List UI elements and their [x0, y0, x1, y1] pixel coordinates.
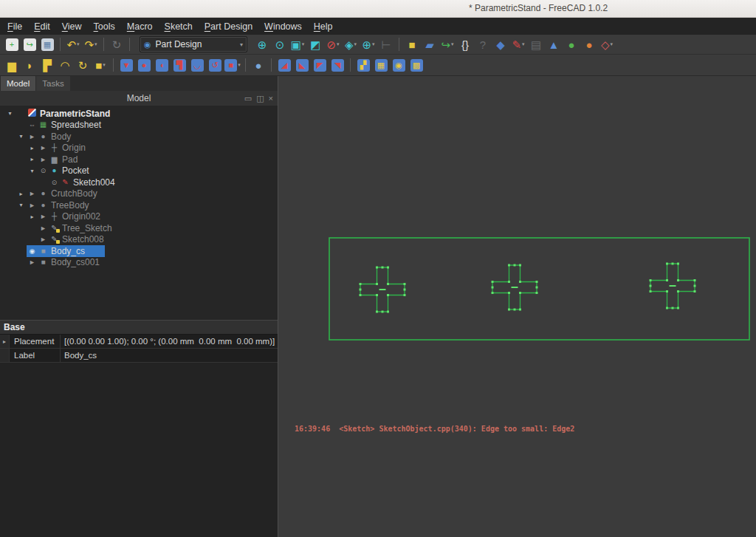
tab-model[interactable]: Model: [1, 76, 35, 91]
sketch-vertex-point[interactable]: [404, 294, 406, 296]
sketch-vertex-point[interactable]: [404, 289, 406, 291]
fit-selection-button[interactable]: ⊙: [271, 36, 289, 52]
tree-expand-icon[interactable]: ▸: [27, 145, 38, 151]
tab-tasks[interactable]: Tasks: [36, 76, 69, 91]
tree-expand-icon[interactable]: ▾: [4, 110, 16, 117]
sketch-vertex-point[interactable]: [677, 307, 679, 309]
sketch-vertex-point[interactable]: [650, 279, 652, 281]
create-part-button[interactable]: ■: [403, 36, 421, 52]
sketch-vertex-point[interactable]: [382, 311, 384, 313]
sketch-vertex-point[interactable]: [514, 264, 516, 267]
sketch-vertex-point[interactable]: [694, 279, 696, 281]
tree-item-origin[interactable]: ▸►┼Origin: [0, 143, 278, 154]
sketch-vertex-point[interactable]: [492, 287, 494, 289]
sketch-vertex-point[interactable]: [666, 263, 668, 265]
expression-button[interactable]: {}: [456, 36, 474, 52]
sketch-vertex-point[interactable]: [360, 294, 362, 296]
property-value[interactable]: Body_cs: [61, 349, 278, 362]
clipping-plane-button[interactable]: ⊘▾: [324, 36, 342, 52]
sketch-vertex-point[interactable]: [508, 292, 510, 294]
menu-windows[interactable]: Windows: [258, 19, 308, 34]
expand-arrow-icon[interactable]: ▸: [0, 335, 10, 348]
view-cube-button[interactable]: ◈▾: [342, 36, 360, 52]
std-views-button[interactable]: ◇▾: [598, 36, 616, 52]
new-document-button[interactable]: +: [3, 36, 21, 52]
sketch-vertex-point[interactable]: [360, 283, 362, 285]
menu-edit[interactable]: Edit: [28, 19, 56, 34]
tree-item-crutchbody[interactable]: ▸►●CrutchBody: [0, 188, 278, 200]
sketch-vertex-point[interactable]: [536, 292, 538, 294]
close-icon[interactable]: ×: [269, 95, 273, 103]
mirrored-button[interactable]: ▞: [354, 57, 372, 73]
subtractive-loft-button[interactable]: ▜: [171, 57, 188, 73]
sketch-vertex-point[interactable]: [650, 290, 652, 293]
sketch-vertex-point[interactable]: [376, 311, 378, 313]
menu-view[interactable]: View: [56, 19, 88, 34]
sketch-vertex-point[interactable]: [677, 279, 679, 281]
tree-item-spreadsheet[interactable]: ⇔▦Spreadsheet: [0, 120, 278, 131]
sketch-vertex-point[interactable]: [666, 279, 668, 281]
menu-macro[interactable]: Macro: [121, 19, 159, 34]
sketch-vertex-point[interactable]: [672, 307, 674, 309]
sketch-vertex-point[interactable]: [508, 264, 510, 267]
sketch-vertex-point[interactable]: [404, 283, 406, 285]
float-icon[interactable]: ◫: [256, 95, 264, 103]
property-group-base[interactable]: Base: [0, 320, 278, 335]
menu-help[interactable]: Help: [308, 19, 339, 34]
save-document-button[interactable]: ▦: [38, 36, 56, 52]
additive-helix-button[interactable]: ↻: [74, 57, 92, 73]
sketch-vertex-point[interactable]: [650, 285, 652, 287]
tree-item-sketch008[interactable]: ►✎Sketch008: [0, 234, 278, 246]
sketch-cross-3[interactable]: [650, 263, 696, 309]
sketch-vertex-point[interactable]: [387, 283, 389, 285]
sketch-vertex-point[interactable]: [672, 263, 674, 265]
subtractive-primitive-button[interactable]: ■▾: [224, 57, 241, 73]
sketch-vertex-point[interactable]: [536, 281, 538, 283]
polar-pattern-button[interactable]: ◉: [390, 57, 408, 73]
sketch-vertex-point[interactable]: [519, 264, 521, 267]
sketch-vertex-point[interactable]: [376, 283, 378, 285]
sketch-vertex-point[interactable]: [387, 311, 389, 313]
zoom-tools-button[interactable]: ⊕▾: [360, 36, 377, 52]
dock-icon[interactable]: ▭: [244, 95, 252, 103]
sketch-vertex-point[interactable]: [492, 292, 494, 294]
addon-manager-button[interactable]: ●: [580, 36, 598, 52]
sketch-cross-1[interactable]: [360, 267, 406, 313]
sketch-vertex-point[interactable]: [677, 263, 679, 265]
fillet-button[interactable]: ◢: [275, 57, 293, 73]
revolution-button[interactable]: ◗: [21, 57, 38, 73]
tree-item-body-cs001[interactable]: ►■Body_cs001: [0, 257, 278, 269]
tree-item-pad[interactable]: ▸►▆Pad: [0, 154, 278, 165]
sketch-vertex-point[interactable]: [387, 267, 389, 269]
undo-button[interactable]: ↶▾: [64, 36, 82, 52]
open-document-button[interactable]: ↪: [21, 36, 38, 52]
view-isometric-button[interactable]: ▣▾: [289, 36, 306, 52]
subtractive-pipe-button[interactable]: ◡: [188, 57, 206, 73]
tree-item-treebody[interactable]: ▾►●TreeBody: [0, 199, 278, 211]
tree-expand-icon[interactable]: ▾: [27, 168, 38, 174]
appearance-button[interactable]: ▲: [545, 36, 563, 52]
sketch-vertex-point[interactable]: [519, 281, 521, 283]
sketch-vertex-point[interactable]: [519, 309, 521, 311]
sketch-canvas[interactable]: [278, 76, 755, 537]
tree-expand-icon[interactable]: ▾: [16, 202, 27, 208]
hole-button[interactable]: ●: [135, 57, 153, 73]
sketch-vertex-point[interactable]: [514, 309, 516, 311]
sketch-vertex-point[interactable]: [387, 294, 389, 296]
groove-button[interactable]: ◖: [153, 57, 171, 73]
redo-button[interactable]: ↷▾: [82, 36, 100, 52]
make-link-button[interactable]: ↪▾: [439, 36, 456, 52]
chamfer-button[interactable]: ◣: [293, 57, 311, 73]
sketch-vertex-point[interactable]: [376, 294, 378, 296]
fit-all-button[interactable]: ⊕: [253, 36, 271, 52]
additive-loft-button[interactable]: ▛: [38, 57, 56, 73]
tree-item-tree-sketch[interactable]: ►✎Tree_Sketch: [0, 222, 278, 234]
sketch-vertex-point[interactable]: [360, 289, 362, 291]
additive-primitive-button[interactable]: ■▾: [92, 57, 109, 73]
linear-pattern-button[interactable]: ▦: [372, 57, 390, 73]
tree-expand-icon[interactable]: ▸: [27, 156, 38, 163]
pocket-button[interactable]: ▼: [117, 57, 135, 73]
sketch-vertex-point[interactable]: [536, 287, 538, 289]
create-group-button[interactable]: ▰: [421, 36, 439, 52]
workbench-selector[interactable]: ◉Part Design▾: [140, 36, 247, 52]
